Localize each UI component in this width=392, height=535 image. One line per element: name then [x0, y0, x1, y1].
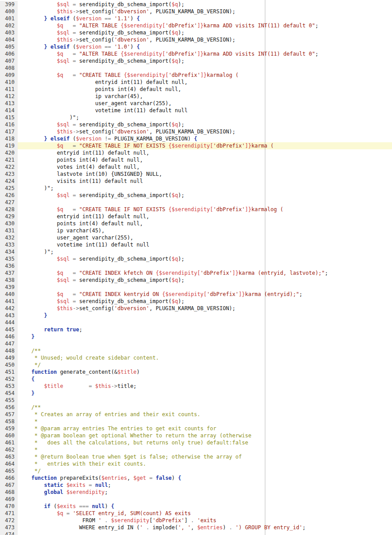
line-number[interactable]: 457: [0, 411, 18, 418]
line-number[interactable]: 450: [0, 361, 18, 368]
code-line: 414 votetime int(11) default null: [0, 107, 392, 114]
token-v: $q: [172, 256, 178, 262]
line-number[interactable]: 454: [0, 390, 18, 397]
line-number[interactable]: 402: [0, 22, 18, 29]
line-number[interactable]: 465: [0, 467, 18, 474]
line-number[interactable]: 407: [0, 57, 18, 65]
line-number[interactable]: 447: [0, 340, 18, 347]
line-number[interactable]: 460: [0, 432, 18, 439]
line-number[interactable]: 469: [0, 496, 18, 503]
line-number[interactable]: 425: [0, 185, 18, 192]
line-number[interactable]: 461: [0, 439, 18, 446]
line-number[interactable]: 399: [0, 1, 18, 8]
line-number[interactable]: 436: [0, 262, 18, 269]
line-number[interactable]: 408: [0, 65, 18, 72]
code-text: WHERE entry_id IN (' . implode(', ', $en…: [18, 524, 392, 531]
line-number[interactable]: 414: [0, 107, 18, 114]
line-number[interactable]: 452: [0, 376, 18, 383]
line-number[interactable]: 411: [0, 86, 18, 93]
line-number[interactable]: 456: [0, 404, 18, 411]
line-number[interactable]: 420: [0, 149, 18, 156]
line-number[interactable]: 470: [0, 503, 18, 510]
line-number[interactable]: 418: [0, 135, 18, 142]
line-number[interactable]: 466: [0, 474, 18, 482]
line-number[interactable]: 405: [0, 43, 18, 50]
line-number[interactable]: 431: [0, 227, 18, 234]
line-number[interactable]: 404: [0, 36, 18, 43]
line-number[interactable]: 412: [0, 93, 18, 100]
code-line: 405 } elseif ($version == '1.0') {: [0, 43, 392, 50]
line-number[interactable]: 422: [0, 163, 18, 171]
token-p: serendipity_db_schema_import(: [76, 121, 172, 128]
line-number[interactable]: 417: [0, 128, 18, 135]
line-number[interactable]: 471: [0, 510, 18, 517]
line-number[interactable]: 421: [0, 156, 18, 163]
line-number[interactable]: 410: [0, 79, 18, 86]
line-number[interactable]: 449: [0, 354, 18, 361]
line-number[interactable]: 473: [0, 524, 18, 531]
line-number[interactable]: 433: [0, 241, 18, 248]
line-number[interactable]: 463: [0, 453, 18, 460]
code-line: 437 $q = "CREATE INDEX kfetch ON {$seren…: [0, 269, 392, 277]
line-number[interactable]: 406: [0, 50, 18, 57]
line-number[interactable]: 403: [0, 29, 18, 36]
line-number[interactable]: 455: [0, 397, 18, 404]
token-p: [19, 326, 44, 333]
line-number[interactable]: 441: [0, 298, 18, 305]
token-v: $sql: [57, 58, 70, 64]
line-number[interactable]: 409: [0, 72, 18, 79]
line-number[interactable]: 445: [0, 326, 18, 333]
line-number[interactable]: 458: [0, 418, 18, 425]
line-number[interactable]: 435: [0, 255, 18, 262]
line-number[interactable]: 459: [0, 425, 18, 432]
line-number[interactable]: 426: [0, 192, 18, 199]
line-number[interactable]: 446: [0, 333, 18, 340]
line-number[interactable]: 400: [0, 8, 18, 15]
line-number[interactable]: 429: [0, 213, 18, 220]
line-number[interactable]: 434: [0, 248, 18, 255]
line-number[interactable]: 427: [0, 199, 18, 206]
line-number[interactable]: 416: [0, 121, 18, 128]
token-v: $exits: [57, 503, 76, 509]
token-s: "CREATE TABLE IF NOT EXISTS: [79, 206, 168, 212]
line-number[interactable]: 444: [0, 319, 18, 326]
code-line: 463 * @return Boolean true when $get is …: [0, 453, 392, 460]
line-number[interactable]: 472: [0, 517, 18, 524]
line-number[interactable]: 401: [0, 15, 18, 22]
token-c: * entries with their exit counts.: [19, 461, 146, 467]
code-line: 434 )";: [0, 248, 392, 255]
line-number[interactable]: 464: [0, 460, 18, 467]
token-p: [111, 15, 114, 22]
line-number[interactable]: 453: [0, 383, 18, 390]
line-number[interactable]: 467: [0, 482, 18, 489]
token-p: );: [178, 192, 184, 198]
token-s: 'SELECT entry_id, SUM(count) AS exits: [73, 510, 191, 516]
line-number[interactable]: 419: [0, 142, 18, 149]
line-number[interactable]: 432: [0, 234, 18, 241]
line-number[interactable]: 413: [0, 100, 18, 107]
code-line: 452 {: [0, 376, 392, 383]
token-p: [152, 475, 155, 481]
token-s: '1.1': [114, 15, 130, 22]
line-number[interactable]: 438: [0, 277, 18, 284]
line-number[interactable]: 448: [0, 347, 18, 354]
line-number[interactable]: 474: [0, 531, 18, 535]
code-text: points int(4) default null,: [18, 220, 392, 227]
code-line: 470 if ($exits === null) {: [0, 503, 392, 510]
line-number[interactable]: 451: [0, 368, 18, 376]
code-text: $this->set_config('dbversion', PLUGIN_KA…: [18, 305, 392, 312]
line-number[interactable]: 462: [0, 446, 18, 453]
line-number[interactable]: 430: [0, 220, 18, 227]
token-s: ') GROUP BY entry_id': [235, 524, 302, 531]
line-number[interactable]: 424: [0, 178, 18, 185]
code-line: 456 /**: [0, 404, 392, 411]
line-number[interactable]: 437: [0, 269, 18, 277]
line-number[interactable]: 468: [0, 489, 18, 496]
line-number[interactable]: 442: [0, 305, 18, 312]
line-number[interactable]: 440: [0, 291, 18, 298]
line-number[interactable]: 415: [0, 114, 18, 121]
line-number[interactable]: 439: [0, 284, 18, 291]
line-number[interactable]: 428: [0, 206, 18, 213]
line-number[interactable]: 443: [0, 312, 18, 319]
line-number[interactable]: 423: [0, 171, 18, 178]
